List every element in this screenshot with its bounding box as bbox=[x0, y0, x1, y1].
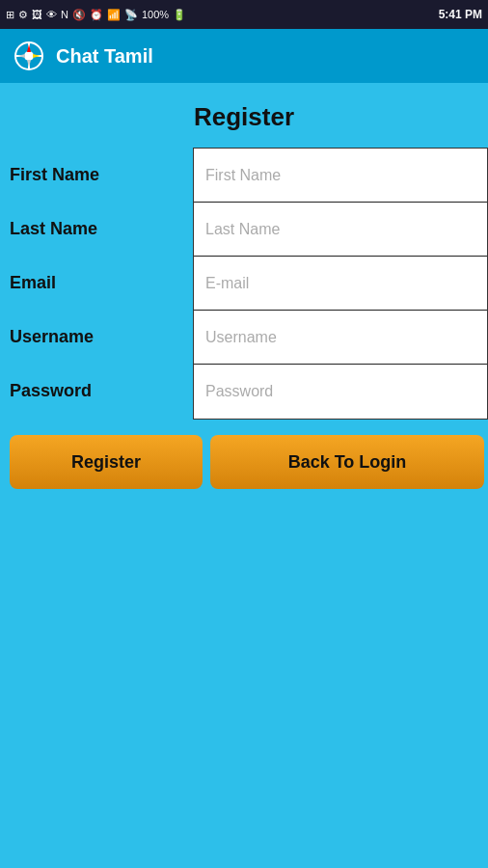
label-password: Password bbox=[10, 364, 193, 418]
nfc-icon: N bbox=[61, 9, 68, 20]
status-bar-left: ⊞ ⚙ 🖼 👁 N 🔇 ⏰ 📶 📡 100% 🔋 bbox=[6, 9, 186, 21]
email-input[interactable] bbox=[194, 257, 487, 311]
mute-icon: 🔇 bbox=[72, 9, 86, 21]
app-logo bbox=[12, 39, 46, 73]
alarm-icon: ⏰ bbox=[90, 9, 103, 21]
label-firstname: First Name bbox=[10, 148, 193, 202]
wifi-icon: 📶 bbox=[107, 9, 121, 21]
firstname-input[interactable] bbox=[194, 149, 487, 203]
username-input[interactable] bbox=[194, 311, 487, 365]
battery-icon: 🔋 bbox=[173, 9, 186, 21]
label-username: Username bbox=[10, 310, 193, 364]
buttons-row: Register Back To Login bbox=[0, 435, 488, 489]
main-content: Register First Name Last Name Email User… bbox=[0, 83, 488, 489]
svg-point-1 bbox=[24, 51, 34, 61]
inputs-column bbox=[193, 148, 488, 420]
svg-marker-6 bbox=[27, 44, 31, 52]
label-email: Email bbox=[10, 256, 193, 310]
app-title: Chat Tamil bbox=[56, 45, 153, 68]
label-lastname: Last Name bbox=[10, 202, 193, 256]
app-header: Chat Tamil bbox=[0, 29, 488, 83]
status-bar: ⊞ ⚙ 🖼 👁 N 🔇 ⏰ 📶 📡 100% 🔋 5:41 PM bbox=[0, 0, 488, 29]
status-bar-right: 5:41 PM bbox=[439, 8, 482, 21]
labels-column: First Name Last Name Email Username Pass… bbox=[0, 148, 193, 420]
battery-percent: 100% bbox=[142, 9, 169, 20]
back-to-login-button[interactable]: Back To Login bbox=[210, 435, 484, 489]
form-area: First Name Last Name Email Username Pass… bbox=[0, 148, 488, 420]
status-time: 5:41 PM bbox=[439, 8, 482, 21]
usb-icon: ⚙ bbox=[18, 9, 28, 21]
add-icon: ⊞ bbox=[6, 9, 14, 21]
register-button[interactable]: Register bbox=[10, 435, 203, 489]
password-input[interactable] bbox=[194, 365, 487, 419]
register-title: Register bbox=[194, 102, 294, 132]
svg-marker-9 bbox=[33, 54, 41, 58]
lastname-input[interactable] bbox=[194, 203, 487, 257]
svg-marker-7 bbox=[27, 60, 31, 68]
image-icon: 🖼 bbox=[32, 9, 42, 20]
svg-marker-8 bbox=[17, 54, 25, 58]
signal-icon: 📡 bbox=[124, 9, 138, 21]
eye-icon: 👁 bbox=[46, 9, 57, 20]
